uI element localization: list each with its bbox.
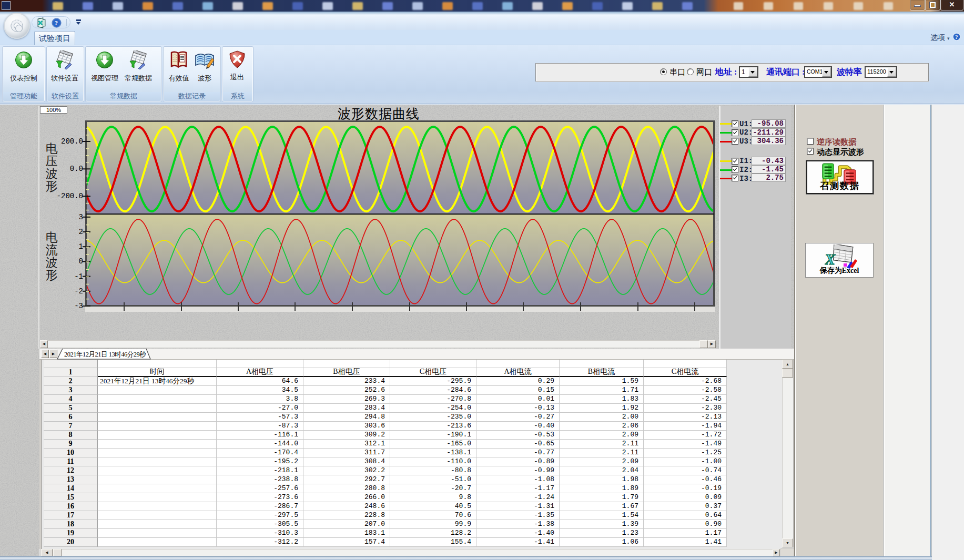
svg-text:?: ?: [55, 19, 58, 27]
svg-text:?: ?: [955, 34, 958, 40]
svg-text:X: X: [825, 250, 836, 268]
